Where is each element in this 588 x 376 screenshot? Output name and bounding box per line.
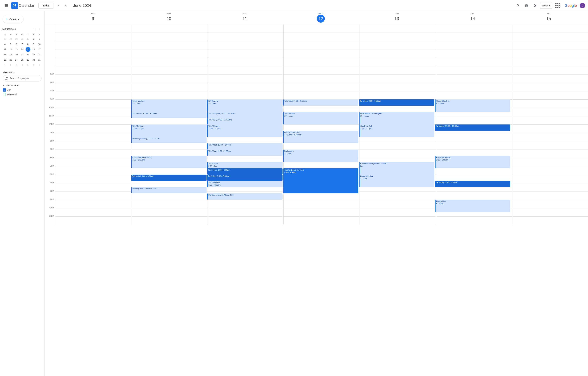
search-button[interactable] <box>515 2 522 9</box>
hour-cell[interactable] <box>359 24 436 33</box>
calendar-event[interactable]: Planning meeting, 12:00 – 12:30 <box>131 137 207 143</box>
mini-cal-date[interactable]: 15 <box>26 47 31 52</box>
hour-cell[interactable] <box>359 58 436 66</box>
hour-cell[interactable] <box>512 100 588 108</box>
hour-cell[interactable] <box>436 74 512 83</box>
hour-cell[interactable] <box>359 41 436 49</box>
hour-cell[interactable] <box>55 58 131 66</box>
hour-cell[interactable] <box>131 91 207 100</box>
prev-arrow[interactable]: ‹ <box>55 2 62 9</box>
mini-cal-date[interactable]: 3 <box>14 63 19 67</box>
mini-cal-next[interactable]: › <box>37 26 42 31</box>
hour-cell[interactable] <box>207 91 284 100</box>
mini-cal-date[interactable]: 9 <box>31 42 36 47</box>
mini-cal-date[interactable]: 26 <box>8 57 13 62</box>
hour-cell[interactable] <box>436 133 512 141</box>
hour-cell[interactable] <box>207 83 284 91</box>
hour-cell[interactable] <box>55 183 131 191</box>
calendar-event[interactable]: Tat // Ana, 12:30 – 1:00pm <box>207 150 283 156</box>
calendar-event[interactable]: Brainstorm 1 – 2pm <box>283 150 358 162</box>
hour-cell[interactable] <box>131 74 207 83</box>
hour-cell[interactable] <box>55 141 131 150</box>
calendar-event[interactable]: Tat // B/H, 10:30 – 11:00am <box>207 118 283 124</box>
hour-cell[interactable] <box>436 66 512 74</box>
hour-cell[interactable] <box>436 33 512 41</box>
hour-cell[interactable] <box>55 108 131 116</box>
mini-cal-date[interactable]: 4 <box>3 42 8 47</box>
hour-cell[interactable] <box>436 49 512 58</box>
hour-cell[interactable] <box>207 208 284 216</box>
hour-cell[interactable] <box>359 83 436 91</box>
hour-cell[interactable] <box>512 141 588 150</box>
settings-button[interactable] <box>531 2 538 9</box>
mini-cal-date[interactable]: 27 <box>14 57 19 62</box>
day-header-thu[interactable]: THU 13 <box>359 11 435 24</box>
calendar-event[interactable]: Quick Call, 3:00 – 3:30pm <box>131 175 207 181</box>
hour-cell[interactable] <box>131 83 207 91</box>
mini-cal-date[interactable]: 16 <box>31 47 36 52</box>
hour-cell[interactable] <box>512 183 588 191</box>
time-grid-scroll[interactable]: 6 AM7 AM8 AM9 AM10 AM11 AM12 PM1 PM2 PM3… <box>44 24 588 376</box>
hour-cell[interactable] <box>55 133 131 141</box>
hour-cell[interactable] <box>207 58 284 66</box>
hour-cell[interactable] <box>131 24 207 33</box>
calendar-event[interactable]: Q3 KR Discussion 11:30am – 12:30pm <box>283 131 358 143</box>
hour-cell[interactable] <box>512 191 588 200</box>
hour-cell[interactable] <box>131 49 207 58</box>
hour-cell[interactable] <box>512 124 588 133</box>
app-logo[interactable]: 31 Calendar <box>11 2 34 9</box>
hour-cell[interactable] <box>131 216 207 225</box>
hour-cell[interactable] <box>207 24 284 33</box>
hour-cell[interactable] <box>512 108 588 116</box>
mini-cal-date[interactable]: 21 <box>20 52 25 57</box>
hour-cell[interactable] <box>359 49 436 58</box>
calendar-event[interactable]: Customer Lifecycle Brainstorm 2pm <box>359 162 434 175</box>
day-header-sun[interactable]: SUN 9 <box>55 11 131 24</box>
hour-cell[interactable] <box>512 166 588 175</box>
calendar-event[interactable]: Tat // Vicky, 9:00 – 9:30am <box>283 100 358 106</box>
hamburger-button[interactable] <box>3 2 10 9</box>
user-avatar[interactable]: J <box>580 3 585 8</box>
hour-cell[interactable] <box>131 66 207 74</box>
hour-cell[interactable] <box>55 150 131 158</box>
mini-cal-date[interactable]: 30 <box>14 37 19 41</box>
hour-cell[interactable] <box>512 208 588 216</box>
hour-cell[interactable] <box>284 74 359 83</box>
calendar-event[interactable]: Tat // Steven 11am – 12pm <box>207 124 283 137</box>
hour-cell[interactable] <box>512 150 588 158</box>
today-button[interactable]: Today <box>38 3 53 9</box>
mini-cal-date[interactable]: 19 <box>8 52 13 57</box>
mini-cal-date[interactable]: 8 <box>26 42 31 47</box>
mini-cal-date[interactable]: 7 <box>37 63 42 67</box>
calendar-event[interactable]: Tat // Jon, 9:00 – 9:30am <box>359 100 434 106</box>
hour-cell[interactable] <box>55 41 131 49</box>
help-button[interactable] <box>523 2 530 9</box>
mini-cal-date[interactable]: 14 <box>20 47 25 52</box>
day-header-tue[interactable]: TUE 11 <box>207 11 283 24</box>
calendar-event[interactable]: Tat // Alex, 11:00 – 11:30am <box>435 124 510 131</box>
hour-cell[interactable] <box>55 175 131 183</box>
mini-cal-date[interactable]: 20 <box>14 52 19 57</box>
hour-cell[interactable] <box>284 91 359 100</box>
day-header-fri[interactable]: FRI 14 <box>435 11 511 24</box>
mini-cal-date[interactable]: 31 <box>20 37 25 41</box>
mini-cal-date[interactable]: 17 <box>37 47 42 52</box>
hour-cell[interactable] <box>512 41 588 49</box>
calendar-event[interactable]: Catch Up Call 11pm – 12pm <box>359 124 434 137</box>
hour-cell[interactable] <box>512 74 588 83</box>
hour-cell[interactable] <box>55 158 131 166</box>
calendar-event[interactable]: Meeting with Customer 4:30 – <box>131 187 207 193</box>
hour-cell[interactable] <box>359 74 436 83</box>
hour-cell[interactable] <box>55 33 131 41</box>
hour-cell[interactable] <box>284 83 359 91</box>
mini-cal-date[interactable]: 4 <box>20 63 25 67</box>
hour-cell[interactable] <box>436 141 512 150</box>
hour-cell[interactable] <box>284 66 359 74</box>
hour-cell[interactable] <box>284 49 359 58</box>
hour-cell[interactable] <box>131 208 207 216</box>
hour-cell[interactable] <box>55 74 131 83</box>
hour-cell[interactable] <box>512 133 588 141</box>
calendar-event[interactable]: Friday All Hands 1:30 – 2:30pm <box>435 156 510 168</box>
hour-cell[interactable] <box>512 116 588 124</box>
hour-cell[interactable] <box>436 116 512 124</box>
